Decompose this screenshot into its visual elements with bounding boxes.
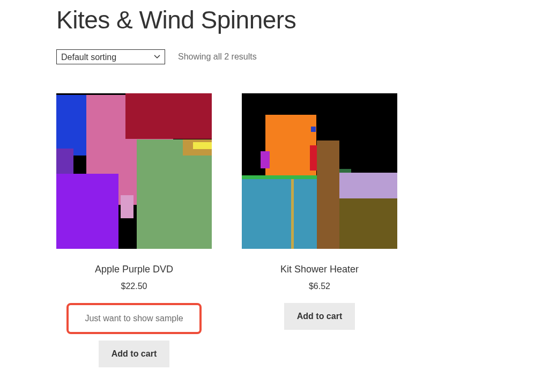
product-price: $22.50 bbox=[121, 282, 147, 291]
add-to-cart-button[interactable]: Add to cart bbox=[99, 341, 169, 367]
controls-row: Default sorting Showing all 2 results bbox=[56, 49, 493, 64]
product-card: Kit Shower Heater $6.52 Add to cart bbox=[242, 93, 397, 367]
result-count: Showing all 2 results bbox=[178, 52, 257, 62]
product-title[interactable]: Kit Shower Heater bbox=[280, 264, 359, 275]
category-page: Kites & Wind Spinners Default sorting Sh… bbox=[0, 0, 549, 389]
product-grid: Apple Purple DVD $22.50 Just want to sho… bbox=[56, 93, 493, 367]
page-title: Kites & Wind Spinners bbox=[56, 5, 493, 34]
product-image[interactable] bbox=[56, 93, 212, 249]
product-image[interactable] bbox=[242, 93, 397, 249]
product-title[interactable]: Apple Purple DVD bbox=[95, 264, 173, 275]
sample-note-highlight: Just want to show sample bbox=[66, 303, 201, 334]
product-price: $6.52 bbox=[309, 282, 330, 291]
product-card: Apple Purple DVD $22.50 Just want to sho… bbox=[56, 93, 212, 367]
sort-select[interactable]: Default sorting bbox=[56, 49, 165, 64]
add-to-cart-button[interactable]: Add to cart bbox=[284, 303, 355, 330]
